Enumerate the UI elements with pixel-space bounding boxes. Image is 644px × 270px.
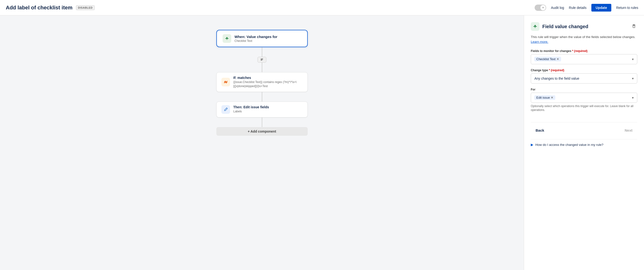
toggle-knob: ✕ xyxy=(540,5,546,10)
value-change-icon xyxy=(224,36,229,41)
svg-marker-1 xyxy=(226,37,228,38)
header-right: ✕ Audit log Rule details Update Return t… xyxy=(534,4,638,12)
svg-marker-4 xyxy=(534,25,536,26)
for-helper-text: Optionally select which operations this … xyxy=(531,104,637,112)
panel-footer: Back Next xyxy=(531,122,637,134)
action-text: Then: Edit issue fields Labels xyxy=(234,105,269,114)
fields-label-text: Fields to monitor for changes xyxy=(531,49,572,53)
field-value-changed-icon xyxy=(532,24,538,29)
next-button: Next xyxy=(620,126,637,134)
change-type-chevron-icon: ▾ xyxy=(632,77,634,80)
accordion-arrow-icon: ▶ xyxy=(531,143,534,147)
panel-header-left: Field value changed xyxy=(531,22,588,31)
tag-close-icon[interactable]: ✕ xyxy=(556,58,559,61)
main-layout: When: Value changes for Checklist Text I… xyxy=(0,16,644,270)
connector-line-3 xyxy=(262,92,262,102)
change-type-value: Any changes to the field value xyxy=(534,77,579,80)
svg-rect-3 xyxy=(533,26,537,27)
rule-details-link[interactable]: Rule details xyxy=(569,6,586,10)
tag-label: Checklist Text xyxy=(536,57,556,61)
delete-button[interactable] xyxy=(630,23,637,31)
action-label: Then: Edit issue fields xyxy=(234,105,269,109)
page-title: Add label of checklist item xyxy=(6,5,72,11)
connector-line-2 xyxy=(262,63,262,72)
change-type-select[interactable]: Any changes to the field value ▾ xyxy=(531,73,637,84)
svg-rect-0 xyxy=(225,38,228,39)
svg-marker-5 xyxy=(534,27,536,28)
action-sublabel: Labels xyxy=(234,110,269,114)
chevron-down-icon: ▾ xyxy=(632,57,634,61)
app-header: Add label of checklist item DISABLED ✕ A… xyxy=(0,0,644,16)
fields-select[interactable]: Checklist Text ✕ ▾ xyxy=(531,54,637,64)
matches-icon xyxy=(223,80,228,85)
fields-required: * (required) xyxy=(572,49,588,53)
connector-line-4 xyxy=(262,117,262,127)
trash-icon xyxy=(632,24,636,28)
svg-rect-6 xyxy=(633,26,635,28)
trigger-text: When: Value changes for Checklist Text xyxy=(234,35,278,43)
panel-icon xyxy=(531,22,540,31)
for-label: For xyxy=(531,88,637,91)
edit-issue-tag: Edit issue ✕ xyxy=(534,95,555,100)
return-to-rules-link[interactable]: Return to rules xyxy=(616,6,638,10)
for-tag-label: Edit issue xyxy=(536,96,550,99)
condition-node[interactable]: If: matches {{issue.Checklist Text}} con… xyxy=(216,72,308,92)
change-type-label: Change type * (required) xyxy=(531,69,637,72)
for-value: Edit issue ✕ xyxy=(534,95,555,100)
toggle-switch[interactable]: ✕ xyxy=(534,5,546,11)
panel-header: Field value changed xyxy=(531,22,637,31)
connector-block: IF xyxy=(216,47,308,72)
condition-text: If: matches {{issue.Checklist Text}} con… xyxy=(234,76,303,88)
change-type-selected: Any changes to the field value xyxy=(534,77,579,80)
for-select[interactable]: Edit issue ✕ ▾ xyxy=(531,93,637,103)
right-panel: Field value changed This rule will trigg… xyxy=(524,16,644,270)
accordion-label: How do I access the changed value in my … xyxy=(535,143,603,147)
header-left: Add label of checklist item DISABLED xyxy=(6,5,95,11)
edit-icon xyxy=(223,107,228,112)
condition-icon xyxy=(222,78,230,86)
add-component-button[interactable]: + Add component xyxy=(216,127,308,136)
trigger-sublabel: Checklist Text xyxy=(234,39,278,43)
fields-value: Checklist Text ✕ xyxy=(534,57,561,61)
update-button[interactable]: Update xyxy=(591,4,611,12)
back-button[interactable]: Back xyxy=(531,126,549,134)
action-icon xyxy=(222,105,230,114)
rule-toggle[interactable]: ✕ xyxy=(534,5,546,11)
learn-more-link[interactable]: Learn more. xyxy=(531,40,548,44)
condition-label: If: matches xyxy=(234,76,303,80)
condition-sublabel: {{issue.Checklist Text}} contains regex … xyxy=(234,80,303,88)
fields-to-monitor-group: Fields to monitor for changes * (require… xyxy=(531,49,637,64)
change-type-label-text: Change type xyxy=(531,69,548,72)
if-badge: IF xyxy=(258,57,266,63)
for-chevron-icon: ▾ xyxy=(632,96,634,100)
disabled-badge: DISABLED xyxy=(76,5,95,10)
audit-log-link[interactable]: Audit log xyxy=(551,6,564,10)
trigger-node[interactable]: When: Value changes for Checklist Text xyxy=(216,30,308,47)
fields-label: Fields to monitor for changes * (require… xyxy=(531,49,637,53)
connector-block-2 xyxy=(216,92,308,102)
svg-marker-2 xyxy=(226,39,228,40)
action-node[interactable]: Then: Edit issue fields Labels xyxy=(216,102,308,117)
trigger-label: When: Value changes for xyxy=(234,35,278,39)
for-group: For Edit issue ✕ ▾ Optionally select whi… xyxy=(531,88,637,112)
connector-block-3 xyxy=(216,117,308,127)
trigger-icon xyxy=(222,34,231,43)
checklist-text-tag: Checklist Text ✕ xyxy=(534,57,561,61)
accordion-header[interactable]: ▶ How do I access the changed value in m… xyxy=(531,143,637,147)
change-type-group: Change type * (required) Any changes to … xyxy=(531,69,637,84)
for-tag-close-icon[interactable]: ✕ xyxy=(551,96,553,99)
panel-description: This rule will trigger when the value of… xyxy=(531,35,637,45)
connector-line-1 xyxy=(262,47,262,57)
rule-canvas: When: Value changes for Checklist Text I… xyxy=(0,16,524,270)
panel-title: Field value changed xyxy=(542,24,588,29)
description-text: This rule will trigger when the value of… xyxy=(531,35,635,39)
change-type-required: * (required) xyxy=(549,69,564,72)
accordion: ▶ How do I access the changed value in m… xyxy=(531,139,637,147)
